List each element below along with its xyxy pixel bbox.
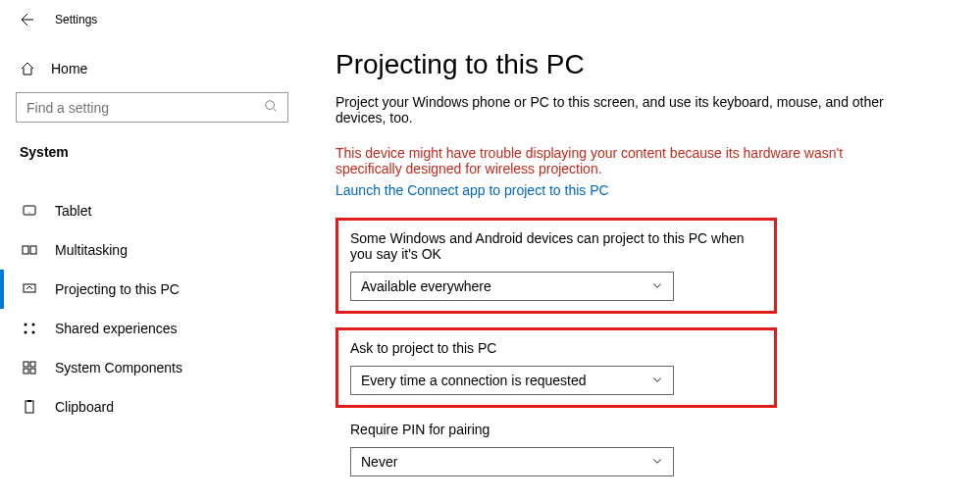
dropdown-value: Never [361,454,397,470]
svg-rect-11 [24,362,28,367]
svg-point-3 [29,213,30,214]
main-panel: Projecting to this PC Project your Windo… [304,0,980,500]
titlebar: Settings [0,0,304,39]
clipboard-icon [20,399,39,415]
home-icon [20,61,35,76]
dropdown-ask-project[interactable]: Every time a connection is requested [350,366,674,395]
svg-rect-2 [24,206,35,215]
svg-point-9 [25,331,27,334]
connect-app-link[interactable]: Launch the Connect app to project to thi… [335,182,951,198]
dropdown-project-permission[interactable]: Available everywhere [350,272,674,301]
sidebar-item-projecting[interactable]: Projecting to this PC [0,270,304,309]
dropdown-value: Every time a connection is requested [361,373,587,388]
sidebar-item-tablet[interactable]: Tablet [0,191,304,230]
sidebar-item-clipboard[interactable]: Clipboard [0,387,304,426]
sidebar-item-multitasking[interactable]: Multitasking [0,230,304,270]
svg-rect-15 [26,401,33,413]
sidebar-item-label: Tablet [55,203,91,219]
shared-icon [20,321,39,336]
svg-point-7 [25,324,27,326]
group-ask-project: Ask to project to this PC Every time a c… [335,327,777,408]
left-panel: Settings Home System [0,0,304,500]
window-title: Settings [55,13,97,26]
svg-point-0 [266,101,275,110]
chevron-down-icon [651,278,663,294]
multitasking-icon [20,242,39,258]
sidebar-item-label: Clipboard [55,399,114,415]
home-nav[interactable]: Home [0,49,304,88]
dropdown-require-pin[interactable]: Never [350,447,674,476]
group-label: Some Windows and Android devices can pro… [350,230,762,262]
sidebar-item-label: System Components [55,360,182,375]
sidebar-item-label: Shared experiences [55,321,178,336]
page-title: Projecting to this PC [335,49,951,80]
svg-point-10 [32,331,35,334]
back-icon[interactable] [20,12,35,27]
svg-rect-16 [27,400,31,402]
tablet-icon [20,203,39,219]
search-icon [264,99,278,116]
search-input[interactable] [26,100,264,116]
sidebar-item-label: Projecting to this PC [55,281,180,297]
chevron-down-icon [651,454,663,470]
svg-rect-14 [30,369,35,374]
sidebar-item-components[interactable]: System Components [0,348,304,387]
home-label: Home [51,61,87,76]
svg-rect-13 [24,369,28,374]
svg-rect-5 [30,246,36,254]
projecting-icon [20,281,39,297]
search-box[interactable] [16,92,288,123]
sidebar-item-shared[interactable]: Shared experiences [0,309,304,348]
group-project-permission: Some Windows and Android devices can pro… [335,218,777,314]
svg-line-1 [274,109,277,112]
components-icon [20,360,39,375]
section-label: System [0,132,304,172]
group-label: Ask to project to this PC [350,340,762,356]
warning-text: This device might have trouble displayin… [335,145,885,176]
dropdown-value: Available everywhere [361,278,491,294]
group-require-pin: Require PIN for pairing Never [335,422,951,476]
group-label: Require PIN for pairing [350,422,762,437]
svg-point-8 [32,324,35,326]
svg-rect-12 [30,362,35,367]
svg-rect-4 [23,246,28,254]
page-subtitle: Project your Windows phone or PC to this… [335,94,885,125]
chevron-down-icon [651,373,663,388]
svg-rect-6 [24,284,35,292]
sidebar-item-label: Multitasking [55,242,128,258]
